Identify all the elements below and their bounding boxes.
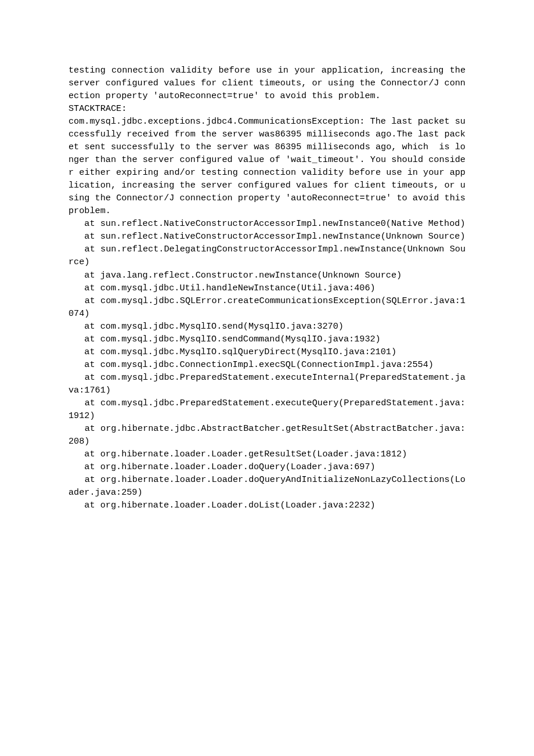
- stacktrace-line: at com.mysql.jdbc.PreparedStatement.exec…: [68, 371, 466, 397]
- stacktrace-line: at org.hibernate.loader.Loader.doQuery(L…: [68, 460, 466, 473]
- stacktrace-line: at org.hibernate.loader.Loader.getResult…: [68, 448, 466, 460]
- stacktrace-line: at java.lang.reflect.Constructor.newInst…: [68, 269, 466, 282]
- log-line: testing connection validity before use i…: [68, 64, 466, 102]
- stacktrace-line: at com.mysql.jdbc.PreparedStatement.exec…: [68, 397, 466, 422]
- stacktrace-line: at org.hibernate.loader.Loader.doList(Lo…: [68, 499, 466, 512]
- log-line: STACKTRACE:: [68, 102, 466, 115]
- stacktrace-line: at com.mysql.jdbc.ConnectionImpl.execSQL…: [68, 358, 466, 371]
- stacktrace-line: at com.mysql.jdbc.Util.handleNewInstance…: [68, 282, 466, 294]
- stacktrace-line: at sun.reflect.NativeConstructorAccessor…: [68, 217, 466, 230]
- stacktrace-line: at com.mysql.jdbc.MysqlIO.sqlQueryDirect…: [68, 345, 466, 358]
- stacktrace-line: at org.hibernate.jdbc.AbstractBatcher.ge…: [68, 422, 466, 448]
- stacktrace-line: at sun.reflect.NativeConstructorAccessor…: [68, 230, 466, 243]
- log-line: com.mysql.jdbc.exceptions.jdbc4.Communic…: [68, 115, 466, 217]
- stacktrace-line: at sun.reflect.DelegatingConstructorAcce…: [68, 243, 466, 268]
- stacktrace-line: at com.mysql.jdbc.MysqlIO.sendCommand(My…: [68, 333, 466, 345]
- stacktrace-line: at com.mysql.jdbc.SQLError.createCommuni…: [68, 294, 466, 320]
- stacktrace-line: at org.hibernate.loader.Loader.doQueryAn…: [68, 473, 466, 499]
- stacktrace-line: at com.mysql.jdbc.MysqlIO.send(MysqlIO.j…: [68, 320, 466, 333]
